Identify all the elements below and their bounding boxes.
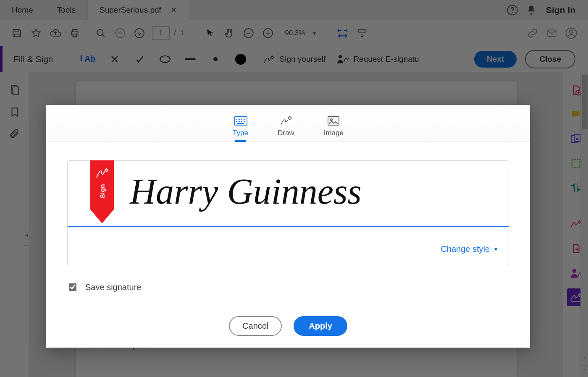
chevron-down-icon: ▼ — [493, 246, 499, 252]
ribbon-label: Sign — [99, 184, 106, 199]
signature-text-input[interactable]: Harry Guinness — [122, 168, 496, 227]
tab-type-label: Type — [233, 129, 248, 137]
sign-ribbon: Sign — [90, 160, 114, 223]
tab-type[interactable]: Type — [233, 115, 248, 141]
change-style-button[interactable]: Change style ▼ — [441, 244, 499, 254]
apply-button[interactable]: Apply — [294, 316, 347, 336]
svg-point-22 — [331, 119, 332, 120]
adobe-logo-icon — [90, 165, 114, 181]
cancel-button[interactable]: Cancel — [229, 316, 282, 336]
change-style-label: Change style — [441, 244, 490, 254]
signature-area: Sign Harry Guinness Change style ▼ — [67, 160, 509, 266]
signature-text: Harry Guinness — [130, 172, 362, 212]
tab-image-label: Image — [324, 129, 344, 137]
image-icon — [327, 115, 340, 126]
dialog-tabs: Type Draw Image — [46, 105, 530, 142]
tab-draw-label: Draw — [278, 129, 294, 137]
save-signature-label: Save signature — [85, 283, 141, 292]
keyboard-icon — [234, 115, 248, 126]
tab-draw[interactable]: Draw — [278, 115, 294, 141]
dialog-actions: Cancel Apply — [46, 301, 530, 348]
signature-baseline — [68, 226, 509, 227]
save-signature-checkbox[interactable] — [69, 283, 76, 291]
svg-rect-20 — [234, 117, 247, 125]
pen-icon — [279, 115, 293, 126]
signature-dialog: Type Draw Image Sign Harry Guinness Chan… — [46, 105, 530, 348]
tab-image[interactable]: Image — [324, 115, 344, 141]
